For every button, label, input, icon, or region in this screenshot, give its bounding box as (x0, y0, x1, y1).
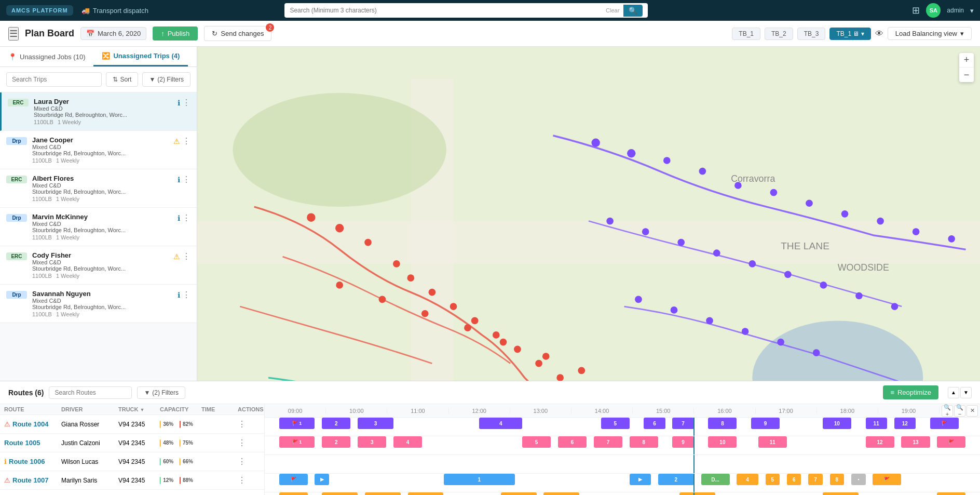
tl-block[interactable]: D... (701, 474, 730, 485)
route-id[interactable]: Route 1005 (4, 439, 40, 447)
tl-block[interactable]: 7 (823, 492, 859, 495)
sort-button[interactable]: ⇅ Sort (106, 72, 138, 87)
avatar[interactable]: SA (926, 3, 941, 18)
trip-item[interactable]: Drp Marvin McKinney Mixed C&D Stourbridg… (0, 208, 197, 246)
tl-block[interactable]: 5 (522, 436, 551, 448)
search-submit-button[interactable]: 🔍 (623, 5, 643, 17)
route-actions[interactable]: ⋮ (234, 473, 260, 487)
tl-block[interactable]: 10 (823, 418, 851, 429)
publish-button[interactable]: ↑ Publish (153, 26, 198, 41)
trip-item[interactable]: ERC Cody Fisher Mixed C&D Stourbridge Rd… (0, 246, 197, 285)
route-actions[interactable]: ⋮ (234, 454, 260, 469)
nav-transport-dispatch[interactable]: 🚚 Transport dispatch (81, 7, 148, 15)
tl-block[interactable]: 8 (937, 492, 965, 495)
tl-block[interactable]: 11 (866, 418, 887, 429)
tl-block[interactable]: 12 (894, 418, 916, 429)
chevron-down-icon[interactable]: ▾ (970, 7, 974, 15)
route-filter-button[interactable]: ▼ (2) Filters (137, 386, 185, 399)
tl-block[interactable]: 🚩 1 (279, 418, 315, 429)
more-icon[interactable]: ⋮ (182, 213, 190, 223)
trip-item[interactable]: Drp Jane Cooper Mixed C&D Stourbridge Rd… (0, 131, 197, 169)
tl-block[interactable]: 13 (901, 436, 930, 448)
tl-block[interactable]: 7 (594, 436, 622, 448)
tl-block[interactable]: ▶ (630, 474, 651, 485)
tb1-button[interactable]: TB_1 (732, 28, 760, 40)
tl-block[interactable]: 🚩 (279, 492, 308, 495)
tl-block[interactable]: 3 (358, 418, 393, 429)
hamburger-menu[interactable]: ☰ (8, 27, 19, 41)
route-search-input[interactable] (49, 386, 132, 399)
route-actions[interactable]: ⋮ (234, 436, 260, 450)
tl-block[interactable]: 6 (558, 436, 587, 448)
tl-block[interactable]: 🚩 (937, 436, 965, 448)
tl-block[interactable]: 9 (751, 418, 780, 429)
send-changes-button[interactable]: ↻ Send changes 2 (204, 26, 271, 41)
more-icon[interactable]: ⋮ (238, 420, 246, 429)
tl-block[interactable]: 2 (322, 418, 350, 429)
tl-block[interactable]: 8 (630, 436, 658, 448)
tl-block[interactable]: 3 (408, 492, 444, 495)
more-icon[interactable]: ⋮ (238, 438, 246, 447)
route-id[interactable]: Route 1007 (12, 476, 48, 484)
tl-block[interactable]: 5 (766, 474, 780, 485)
tb2-button[interactable]: TB_2 (765, 28, 793, 40)
tl-block[interactable]: 🚩 (279, 474, 308, 485)
route-id[interactable]: Route 1006 (9, 458, 45, 465)
tl-block[interactable]: 12 (866, 436, 894, 448)
tl-block[interactable]: 7 (672, 418, 693, 429)
tl-block[interactable]: 4 (479, 418, 522, 429)
route-actions[interactable]: ⋮ (234, 417, 260, 431)
panel-up-button[interactable]: ▲ (948, 387, 959, 398)
trip-item[interactable]: ERC Laura Dyer Mixed C&D Stourbridge Rd,… (0, 92, 197, 131)
tl-block[interactable]: 10 (708, 436, 737, 448)
tl-block[interactable]: 🚩 (930, 418, 959, 429)
tl-block[interactable]: 6 (644, 418, 665, 429)
tl-block[interactable]: 3 (358, 436, 386, 448)
search-clear-button[interactable]: Clear (606, 7, 619, 14)
route-id[interactable]: Route 1004 (12, 420, 48, 428)
more-icon[interactable]: ⋮ (182, 98, 190, 108)
more-icon[interactable]: ⋮ (182, 136, 190, 146)
zoom-in-button[interactable]: + (959, 53, 974, 68)
trip-item[interactable]: Drp Savannah Nguyen Mixed C&D Stourbridg… (0, 285, 197, 323)
tl-block[interactable]: 5 (543, 492, 579, 495)
global-search-input[interactable] (290, 7, 602, 14)
tl-block[interactable]: 2 (658, 474, 694, 485)
filter-button[interactable]: ▼ (2) Filters (142, 72, 190, 87)
tl-block[interactable]: 9 (672, 436, 693, 448)
tl-block[interactable]: 🚩 (873, 474, 901, 485)
tl-block[interactable]: 1 (444, 474, 515, 485)
tl-block[interactable]: 4 (737, 474, 758, 485)
tl-block[interactable]: 5 (601, 418, 630, 429)
zoom-in-tl-button[interactable]: 🔍+ (942, 405, 953, 417)
load-balance-button[interactable]: Load Balancing view ▾ (888, 27, 972, 40)
tl-block[interactable]: 2 (365, 492, 401, 495)
tl-block[interactable]: 2 (322, 436, 350, 448)
tl-block[interactable]: ▪ (851, 474, 866, 485)
more-icon[interactable]: ⋮ (182, 175, 190, 184)
date-badge[interactable]: 📅 March 6, 2020 (80, 27, 146, 40)
trip-item[interactable]: ERC Albert Flores Mixed C&D Stourbridge … (0, 169, 197, 208)
tl-block[interactable]: 1 (322, 492, 358, 495)
tl-block[interactable]: 11 (758, 436, 787, 448)
tab-unassigned-trips[interactable]: 🔀 Unassigned Trips (4) (93, 47, 188, 66)
grid-icon[interactable]: ⊞ (912, 5, 920, 16)
tl-block[interactable]: 4 (393, 436, 422, 448)
more-icon[interactable]: ⋮ (182, 290, 190, 300)
more-icon[interactable]: ⋮ (238, 476, 246, 485)
reoptimize-button[interactable]: ≡ Reoptimize (883, 385, 938, 399)
tl-block[interactable]: 4 (501, 492, 537, 495)
tl-block[interactable]: 6 (679, 492, 715, 495)
tab-unassigned-jobs[interactable]: 📍 Unassigned Jobs (10) (0, 47, 93, 66)
route-actions[interactable]: ⋮ (234, 492, 260, 495)
tl-block[interactable]: ▶ (315, 474, 329, 485)
more-icon[interactable]: ⋮ (182, 251, 190, 261)
trip-search-input[interactable] (6, 72, 102, 87)
tb1-active-button[interactable]: TB_1 🖥 ▾ (829, 28, 870, 40)
panel-down-button[interactable]: ▼ (960, 387, 972, 398)
tl-block[interactable]: 7 (808, 474, 823, 485)
tl-block[interactable]: 6 (787, 474, 801, 485)
more-icon[interactable]: ⋮ (238, 457, 246, 466)
zoom-reset-tl-button[interactable]: ✕ (967, 405, 978, 417)
zoom-out-button[interactable]: − (959, 68, 974, 82)
